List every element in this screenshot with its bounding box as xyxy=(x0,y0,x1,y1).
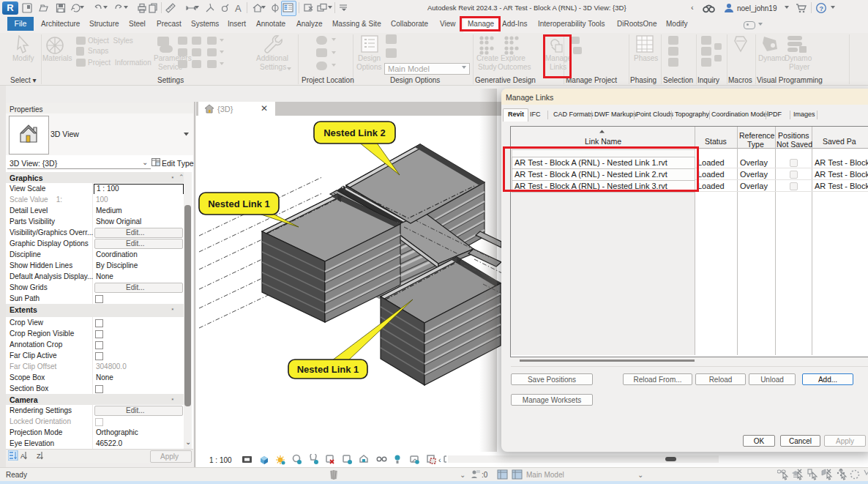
svg-text:Z: Z xyxy=(37,453,41,460)
svg-text:Nested Link 1: Nested Link 1 xyxy=(297,364,359,375)
svg-text:?: ? xyxy=(820,5,824,12)
svg-text:A: A xyxy=(235,3,242,14)
svg-text:Nested Link 1: Nested Link 1 xyxy=(208,198,270,209)
svg-text:‹: ‹ xyxy=(438,455,441,464)
svg-text:Nested Link 2: Nested Link 2 xyxy=(323,127,386,138)
svg-text:A: A xyxy=(20,453,25,460)
